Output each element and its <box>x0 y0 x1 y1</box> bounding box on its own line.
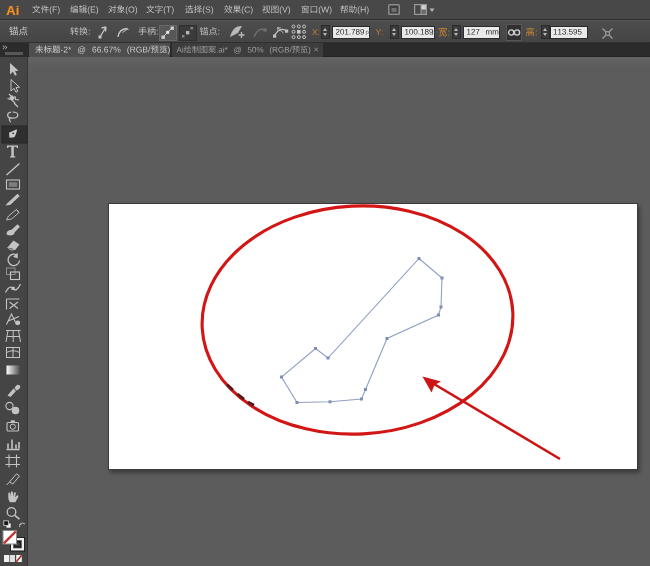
svg-text:Ai: Ai <box>6 3 19 18</box>
